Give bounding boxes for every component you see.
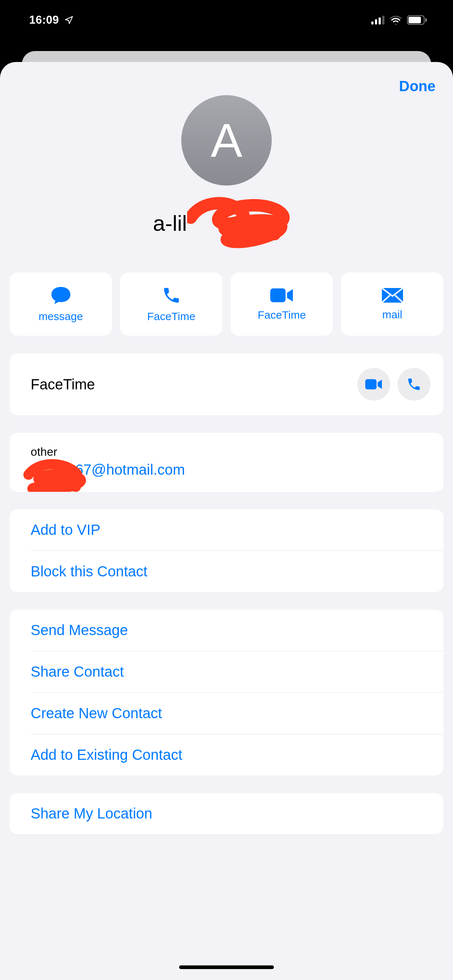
facetime-video-label: FaceTime — [257, 309, 306, 321]
share-location-row[interactable]: Share My Location — [30, 793, 443, 834]
facetime-video-action[interactable]: FaceTime — [231, 272, 333, 336]
redaction-scribble-icon — [187, 196, 300, 250]
contact-actions-card: Send Message Share Contact Create New Co… — [10, 609, 443, 775]
contact-sheet: Done A a-lil message — [0, 62, 453, 980]
avatar-initial: A — [211, 113, 242, 168]
redaction-scribble-icon — [21, 458, 91, 492]
phone-icon — [406, 377, 422, 392]
facetime-audio-button[interactable] — [397, 368, 431, 401]
quick-actions: message FaceTime FaceTime — [0, 272, 453, 336]
svg-rect-5 — [408, 17, 421, 23]
mail-action-label: mail — [382, 309, 402, 321]
share-contact-row[interactable]: Share Contact — [30, 651, 443, 692]
svg-rect-6 — [425, 18, 427, 22]
facetime-audio-action[interactable]: FaceTime — [120, 272, 222, 336]
phone-icon — [161, 285, 181, 305]
vip-block-card: Add to VIP Block this Contact — [10, 509, 443, 592]
facetime-row-label: FaceTime — [30, 376, 95, 393]
mail-action[interactable]: mail — [341, 272, 443, 336]
cellular-signal-icon — [371, 16, 384, 24]
battery-icon — [407, 15, 427, 25]
contact-name-row: a-lil — [153, 196, 300, 250]
svg-rect-0 — [371, 22, 373, 24]
add-existing-contact-row[interactable]: Add to Existing Contact — [30, 734, 443, 775]
message-bubble-icon — [50, 285, 72, 305]
wifi-icon — [389, 16, 402, 24]
send-message-row[interactable]: Send Message — [30, 609, 443, 651]
facetime-row: FaceTime — [10, 353, 443, 415]
email-row[interactable]: other xxxxx667@hotmail.com — [10, 433, 443, 492]
add-to-vip-row[interactable]: Add to VIP — [30, 509, 443, 550]
facetime-video-button[interactable] — [357, 368, 390, 401]
svg-rect-8 — [365, 379, 376, 390]
facetime-buttons — [357, 368, 431, 401]
video-camera-icon — [270, 287, 294, 304]
location-arrow-icon — [64, 15, 74, 25]
facetime-card: FaceTime — [10, 353, 443, 415]
block-contact-row[interactable]: Block this Contact — [30, 550, 443, 592]
nav-bar: Done — [0, 62, 453, 94]
email-kind-label: other — [30, 445, 423, 459]
svg-rect-2 — [379, 18, 381, 24]
svg-rect-1 — [375, 19, 377, 24]
clock: 16:09 — [29, 13, 59, 27]
contact-avatar[interactable]: A — [181, 95, 272, 186]
status-right — [371, 15, 427, 25]
message-action-label: message — [39, 310, 83, 323]
envelope-icon — [381, 287, 404, 303]
email-card[interactable]: other xxxxx667@hotmail.com — [10, 433, 443, 492]
share-location-card: Share My Location — [10, 793, 443, 834]
done-button[interactable]: Done — [399, 78, 435, 94]
message-action[interactable]: message — [10, 272, 112, 336]
video-camera-icon — [365, 378, 383, 390]
create-new-contact-row[interactable]: Create New Contact — [30, 692, 443, 734]
facetime-audio-label: FaceTime — [147, 310, 195, 323]
home-indicator[interactable] — [179, 966, 274, 969]
contact-name: a-lil — [153, 211, 187, 236]
status-left: 16:09 — [29, 13, 74, 27]
contact-header: A a-lil — [0, 95, 453, 250]
svg-rect-3 — [382, 16, 384, 24]
svg-rect-7 — [270, 288, 286, 302]
status-bar: 16:09 — [0, 0, 453, 55]
